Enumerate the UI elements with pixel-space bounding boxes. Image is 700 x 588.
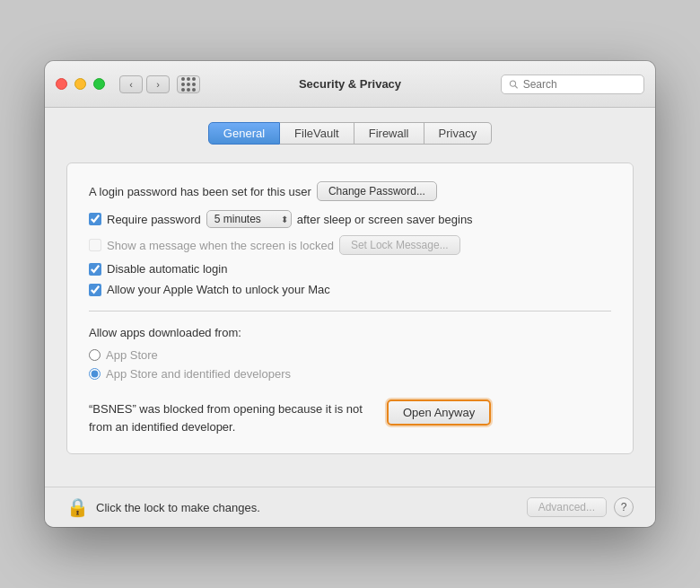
set-lock-message-button[interactable]: Set Lock Message...: [339, 235, 460, 255]
footer: 🔒 Click the lock to make changes. Advanc…: [45, 487, 655, 527]
app-store-radio[interactable]: [89, 349, 101, 361]
maximize-button[interactable]: [93, 78, 105, 90]
disable-auto-login-label: Disable automatic login: [107, 262, 227, 276]
password-timeout-select[interactable]: 5 minutes immediately 1 minute 15 minute…: [206, 210, 292, 228]
after-sleep-label: after sleep or screen saver begins: [297, 213, 473, 226]
login-password-label: A login password has been set for this u…: [89, 185, 311, 198]
titlebar: ‹ › Security & Privacy: [45, 61, 655, 108]
tab-general[interactable]: General: [208, 122, 280, 145]
open-anyway-button[interactable]: Open Anyway: [387, 399, 491, 426]
app-store-radio-row: App Store: [89, 348, 611, 362]
disable-auto-login-row: Disable automatic login: [89, 262, 611, 276]
apple-watch-checkbox[interactable]: [89, 284, 101, 296]
back-button[interactable]: ‹: [119, 75, 143, 93]
app-store-identified-radio-row: App Store and identified developers: [89, 367, 611, 381]
require-password-row: Require password 5 minutes immediately 1…: [89, 210, 611, 228]
tab-privacy[interactable]: Privacy: [424, 122, 493, 145]
svg-line-1: [515, 85, 517, 87]
settings-panel: A login password has been set for this u…: [66, 162, 634, 454]
minimize-button[interactable]: [74, 78, 86, 90]
app-store-radio-label: App Store: [106, 348, 158, 362]
help-button[interactable]: ?: [614, 497, 634, 517]
section-divider: [89, 311, 611, 312]
app-store-identified-radio[interactable]: [89, 368, 101, 380]
search-input[interactable]: [523, 78, 636, 91]
advanced-button[interactable]: Advanced...: [527, 497, 607, 517]
window-title: Security & Privacy: [299, 77, 401, 91]
require-password-label: Require password: [107, 213, 201, 226]
main-content: General FileVault Firewall Privacy A log…: [45, 108, 655, 487]
blocked-text: “BSNES” was blocked from opening because…: [89, 400, 376, 435]
lock-icon[interactable]: 🔒: [66, 496, 89, 518]
grid-button[interactable]: [177, 75, 200, 93]
system-preferences-window: ‹ › Security & Privacy General FileVault…: [45, 61, 655, 527]
show-message-checkbox[interactable]: [89, 239, 101, 251]
change-password-button[interactable]: Change Password...: [317, 181, 437, 201]
show-message-row: Show a message when the screen is locked…: [89, 235, 611, 255]
password-timeout-wrapper: 5 minutes immediately 1 minute 15 minute…: [206, 210, 292, 228]
tab-firewall[interactable]: Firewall: [354, 122, 424, 145]
app-store-identified-radio-label: App Store and identified developers: [106, 367, 291, 381]
disable-auto-login-checkbox[interactable]: [89, 263, 101, 276]
apple-watch-label: Allow your Apple Watch to unlock your Ma…: [107, 283, 330, 296]
apple-watch-row: Allow your Apple Watch to unlock your Ma…: [89, 283, 611, 296]
nav-buttons: ‹ ›: [119, 75, 170, 93]
allow-apps-label: Allow apps downloaded from:: [89, 326, 611, 339]
blocked-row: “BSNES” was blocked from opening because…: [89, 390, 611, 435]
tab-filevault[interactable]: FileVault: [280, 122, 354, 145]
forward-button[interactable]: ›: [146, 75, 170, 93]
tab-bar: General FileVault Firewall Privacy: [66, 122, 634, 145]
lock-label: Click the lock to make changes.: [96, 501, 520, 514]
search-bar[interactable]: [501, 75, 644, 94]
footer-right: Advanced... ?: [527, 497, 634, 517]
traffic-lights: [56, 78, 105, 90]
show-message-label: Show a message when the screen is locked: [107, 239, 334, 252]
search-icon: [509, 79, 519, 90]
close-button[interactable]: [56, 78, 67, 90]
login-password-row: A login password has been set for this u…: [89, 181, 611, 201]
require-password-checkbox[interactable]: [89, 213, 101, 225]
